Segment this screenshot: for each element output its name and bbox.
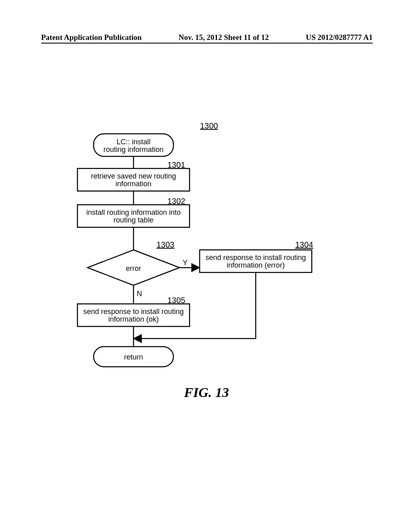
node-return: return	[94, 347, 173, 367]
svg-text:send response to install routi: send response to install routing	[205, 254, 306, 262]
svg-text:install routing information in: install routing information into	[86, 208, 181, 216]
ref-1303: 1303	[156, 240, 175, 249]
figure-number: 1300	[200, 121, 218, 130]
svg-text:information (ok): information (ok)	[108, 315, 159, 323]
svg-text:routing table: routing table	[113, 216, 153, 224]
svg-text:error: error	[126, 264, 141, 272]
svg-text:information: information	[115, 180, 151, 188]
node-1302: install routing information into routing…	[77, 205, 190, 227]
svg-text:retrieve saved new routing: retrieve saved new routing	[91, 172, 176, 180]
node-1301: retrieve saved new routing information	[77, 168, 190, 191]
flowchart-svg: 1300 LC:: install routing information 13…	[0, 0, 413, 532]
node-1305: send response to install routing informa…	[77, 304, 190, 326]
svg-text:return: return	[124, 353, 143, 361]
svg-text:LC:: install: LC:: install	[117, 138, 150, 146]
label-Y: Y	[183, 259, 188, 267]
ref-1302: 1302	[167, 197, 186, 206]
ref-1304: 1304	[295, 240, 313, 249]
figure-caption: FIG. 13	[0, 385, 413, 400]
svg-text:routing information: routing information	[103, 145, 163, 154]
svg-text:information (error): information (error)	[227, 261, 285, 269]
ref-1305: 1305	[167, 296, 186, 305]
label-N: N	[137, 290, 142, 298]
ref-1301: 1301	[167, 160, 186, 169]
node-1303: error	[88, 250, 179, 285]
node-start: LC:: install routing information	[94, 134, 173, 156]
node-1304: send response to install routing informa…	[200, 250, 312, 272]
svg-text:send response to install routi: send response to install routing	[83, 308, 184, 316]
